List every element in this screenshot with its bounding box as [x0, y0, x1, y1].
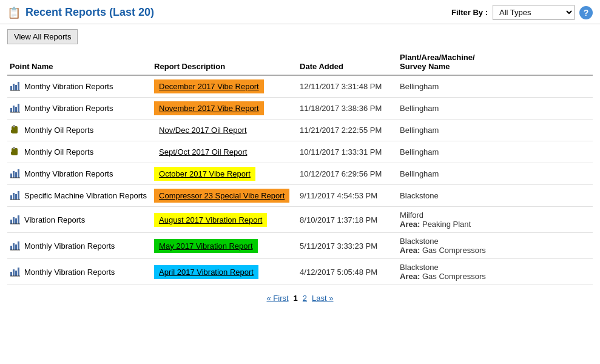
- pagination-page-2[interactable]: 2: [303, 294, 307, 303]
- reports-table-wrapper: Point Name Report Description Date Added…: [0, 49, 600, 285]
- table-row: Monthy Vibration Reports December 2017 V…: [7, 75, 593, 98]
- view-all-button[interactable]: View All Reports: [7, 29, 78, 44]
- date-cell: 10/12/2017 6:29:56 PM: [297, 163, 397, 185]
- svg-rect-39: [18, 268, 19, 276]
- point-name-cell: Monthly Oil Reports: [7, 141, 152, 163]
- bar-chart-icon: [10, 102, 21, 115]
- point-name-text: Monthly Oil Reports: [24, 147, 93, 157]
- description-cell: Nov/Dec 2017 Oil Report: [152, 120, 297, 141]
- description-cell: April 2017 Vibration Report: [152, 259, 297, 285]
- page-header: 📋 Recent Reports (Last 20) Filter By : A…: [0, 0, 600, 24]
- area-label: Area:: [400, 220, 420, 229]
- bar-chart-icon: [10, 189, 21, 200]
- pagination-last[interactable]: Last »: [312, 294, 333, 303]
- report-description-link[interactable]: May 2017 Vibration Report: [154, 239, 257, 253]
- location-cell: Bellingham: [397, 163, 593, 185]
- table-row: Vibration Reports August 2017 Vibration …: [7, 207, 593, 233]
- point-name-text: Monthy Vibration Reports: [24, 104, 113, 113]
- date-cell: 4/12/2017 5:05:48 PM: [297, 259, 397, 285]
- location-text: Blackstone: [400, 263, 439, 272]
- svg-rect-12: [11, 130, 12, 133]
- table-row: Monthly Vibration Reports April 2017 Vib…: [7, 259, 593, 285]
- svg-rect-22: [13, 193, 15, 200]
- bar-chart-icon: [10, 102, 21, 113]
- location-cell: Bellingham: [397, 98, 593, 120]
- header-right: Filter By : All Types Vibration Reports …: [451, 5, 593, 20]
- svg-rect-27: [13, 217, 15, 224]
- svg-rect-3: [18, 82, 19, 90]
- svg-rect-32: [13, 243, 15, 250]
- oil-can-icon: [10, 124, 21, 136]
- point-name-cell: Monthy Vibration Reports: [7, 163, 152, 185]
- date-cell: 5/11/2017 3:33:23 PM: [297, 233, 397, 259]
- col-header-point-name: Point Name: [7, 49, 152, 75]
- description-cell: December 2017 Vibe Report: [152, 75, 297, 98]
- area-label: Area:: [400, 246, 420, 255]
- oil-can-icon: [10, 146, 21, 158]
- point-name-cell: Monthy Vibration Reports: [7, 98, 152, 120]
- report-description-link[interactable]: Nov/Dec 2017 Oil Report: [154, 123, 252, 137]
- svg-rect-6: [13, 106, 15, 112]
- svg-rect-17: [13, 171, 15, 178]
- bar-chart-icon: [10, 167, 21, 178]
- help-button[interactable]: ?: [579, 6, 593, 19]
- svg-rect-34: [18, 241, 19, 250]
- reports-table: Point Name Report Description Date Added…: [7, 49, 593, 285]
- svg-rect-11: [13, 125, 15, 127]
- report-description-link[interactable]: December 2017 Vibe Report: [154, 79, 264, 93]
- report-description-link[interactable]: Sept/Oct 2017 Oil Report: [154, 145, 252, 159]
- point-name-text: Monthly Oil Reports: [24, 126, 93, 135]
- svg-rect-18: [15, 172, 17, 178]
- pagination: « First 1 2 Last »: [0, 285, 600, 308]
- bar-chart-icon: [10, 214, 21, 224]
- table-header-row: Point Name Report Description Date Added…: [7, 49, 593, 75]
- filter-label: Filter By :: [451, 8, 488, 17]
- point-name-cell: Monthly Vibration Reports: [7, 233, 152, 259]
- bar-chart-icon: [10, 266, 21, 278]
- table-row: Specific Machine Vibration Reports Compr…: [7, 185, 593, 207]
- location-cell: MilfordArea: Peaking Plant: [397, 207, 593, 233]
- report-description-link[interactable]: November 2017 Vibe Report: [154, 101, 264, 115]
- pagination-first[interactable]: « First: [266, 294, 288, 303]
- description-cell: November 2017 Vibe Report: [152, 98, 297, 120]
- location-text: Bellingham: [400, 82, 439, 91]
- location-text: Blackstone: [400, 237, 439, 246]
- svg-rect-28: [15, 218, 17, 224]
- report-description-link[interactable]: August 2017 Vibration Report: [154, 213, 267, 227]
- point-name-cell: Monthly Vibration Reports: [7, 259, 152, 285]
- pagination-page-1[interactable]: 1: [294, 294, 298, 303]
- location-cell: Bellingham: [397, 75, 593, 98]
- table-row: Monthly Oil Reports Nov/Dec 2017 Oil Rep…: [7, 120, 593, 141]
- description-cell: October 2017 Vibe Report: [152, 163, 297, 185]
- date-cell: 12/11/2017 3:31:48 PM: [297, 75, 397, 98]
- bar-chart-icon: [10, 240, 21, 251]
- location-text: Bellingham: [400, 104, 439, 113]
- col-header-location: Plant/Area/Machine/Survey Name: [397, 49, 593, 75]
- bar-chart-icon: [10, 167, 21, 180]
- bar-chart-icon: [10, 240, 21, 252]
- location-cell: BlackstoneArea: Gas Compressors: [397, 259, 593, 285]
- svg-rect-7: [15, 107, 17, 112]
- bar-chart-icon: [10, 189, 21, 202]
- report-description-link[interactable]: April 2017 Vibration Report: [154, 265, 258, 279]
- point-name-cell: Vibration Reports: [7, 207, 152, 233]
- point-name-cell: Monthly Oil Reports: [7, 120, 152, 141]
- svg-rect-26: [10, 220, 12, 224]
- description-cell: Sept/Oct 2017 Oil Report: [152, 141, 297, 163]
- bar-chart-icon: [10, 266, 21, 277]
- svg-rect-1: [13, 84, 15, 90]
- description-cell: August 2017 Vibration Report: [152, 207, 297, 233]
- filter-select[interactable]: All Types Vibration Reports Oil Reports: [493, 5, 575, 20]
- report-description-link[interactable]: Compressor 23 Special Vibe Report: [154, 189, 289, 203]
- svg-rect-36: [10, 272, 12, 276]
- svg-rect-5: [10, 108, 12, 112]
- table-row: Monthy Vibration Reports October 2017 Vi…: [7, 163, 593, 185]
- table-row: Monthly Oil Reports Sept/Oct 2017 Oil Re…: [7, 141, 593, 163]
- svg-rect-38: [15, 271, 17, 276]
- point-name-text: Monthly Vibration Reports: [24, 241, 115, 251]
- report-description-link[interactable]: October 2017 Vibe Report: [154, 167, 255, 181]
- svg-rect-21: [10, 195, 12, 200]
- date-cell: 11/18/2017 3:38:36 PM: [297, 98, 397, 120]
- date-cell: 11/21/2017 2:22:55 PM: [297, 120, 397, 141]
- table-row: Monthly Vibration Reports May 2017 Vibra…: [7, 233, 593, 259]
